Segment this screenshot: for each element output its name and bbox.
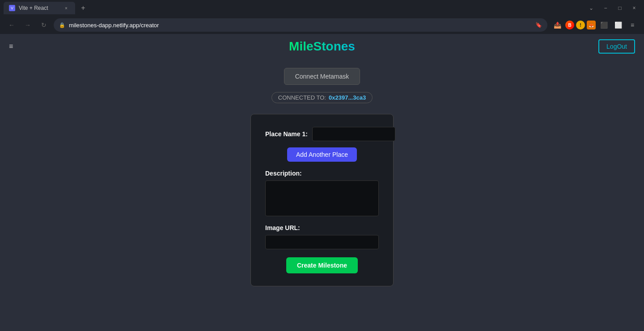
app-topbar: ≡ MileStones LogOut [0, 34, 644, 59]
address-bar[interactable]: 🔒 milestones-dapp.netlify.app/creator 🔖 [54, 18, 547, 32]
tab-manager-icon[interactable]: ⬜ [612, 19, 624, 31]
tab-favicon: V [9, 5, 15, 11]
menu-icon[interactable]: ≡ [626, 19, 639, 31]
place-name-row: Place Name 1: [265, 127, 379, 141]
connected-address: 0x2397...3ca3 [329, 94, 366, 101]
app-container: ≡ MileStones LogOut Connect Metamask CON… [0, 34, 644, 331]
reload-button[interactable]: ↻ [38, 19, 50, 31]
browser-chrome: V Vite + React × + ⌄ − □ × ← → ↻ 🔒 miles… [0, 0, 644, 34]
chevron-down-button[interactable]: ⌄ [585, 2, 597, 14]
logout-button[interactable]: LogOut [598, 39, 635, 54]
window-controls: ⌄ − □ × [585, 2, 640, 14]
connected-badge: CONNECTED TO: 0x2397...3ca3 [271, 92, 373, 103]
add-another-place-button[interactable]: Add Another Place [287, 147, 357, 162]
lock-icon: 🔒 [59, 22, 65, 28]
warning-icon[interactable]: ! [576, 21, 585, 29]
description-textarea[interactable] [265, 180, 379, 216]
app-title: MileStones [289, 39, 355, 54]
connected-label: CONNECTED TO: [278, 94, 326, 101]
hamburger-icon[interactable]: ≡ [9, 42, 13, 50]
tab-close-button[interactable]: × [63, 4, 70, 12]
metamask-extension-icon[interactable]: 🦊 [587, 21, 596, 29]
main-content: Connect Metamask CONNECTED TO: 0x2397...… [0, 59, 644, 286]
minimize-button[interactable]: − [599, 2, 612, 14]
sidebar-toggle-icon[interactable]: ⬛ [597, 19, 610, 31]
description-label: Description: [265, 170, 379, 177]
tab-bar: V Vite + React × + ⌄ − □ × [0, 0, 644, 16]
connect-metamask-button[interactable]: Connect Metamask [284, 68, 360, 85]
close-button[interactable]: × [628, 2, 640, 14]
toolbar-icons: 📤 B ! 🦊 ⬛ ⬜ ≡ [551, 19, 639, 31]
place-name-input[interactable] [312, 127, 395, 141]
form-card: Place Name 1: Add Another Place Descript… [250, 114, 394, 286]
place-name-label: Place Name 1: [265, 130, 308, 138]
back-button[interactable]: ← [5, 19, 18, 31]
maximize-button[interactable]: □ [614, 2, 626, 14]
url-display: milestones-dapp.netlify.app/creator [69, 22, 532, 29]
brave-shield-icon[interactable]: B [565, 21, 574, 29]
image-url-input[interactable] [265, 235, 379, 249]
bookmark-icon: 🔖 [535, 22, 542, 28]
share-icon[interactable]: 📤 [551, 19, 564, 31]
new-tab-button[interactable]: + [77, 2, 89, 14]
address-bar-row: ← → ↻ 🔒 milestones-dapp.netlify.app/crea… [0, 16, 644, 34]
forward-button[interactable]: → [21, 19, 34, 31]
tab-title: Vite + React [19, 5, 59, 11]
active-tab[interactable]: V Vite + React × [4, 2, 75, 14]
create-milestone-button[interactable]: Create Milestone [286, 257, 358, 273]
image-url-label: Image URL: [265, 224, 379, 231]
